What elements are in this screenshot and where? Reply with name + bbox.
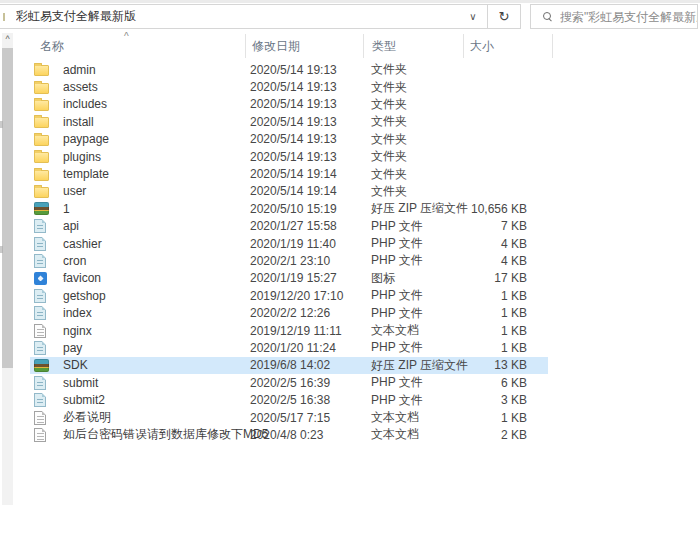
column-header-date[interactable]: 修改日期	[252, 38, 357, 55]
column-separator[interactable]	[552, 34, 553, 58]
text-file-icon	[34, 411, 46, 425]
refresh-button[interactable]: ↻	[487, 4, 521, 29]
column-separator[interactable]	[463, 34, 464, 58]
file-row[interactable]: SDK 2019/6/8 14:02 好压 ZIP 压缩文件 13 KB	[30, 357, 548, 374]
file-date: 2019/12/19 11:11	[250, 324, 368, 338]
file-date: 2020/1/19 15:27	[250, 271, 368, 285]
file-row[interactable]: pay 2020/1/20 11:24 PHP 文件 1 KB	[30, 339, 548, 356]
text-file-icon	[34, 324, 46, 338]
file-row[interactable]: getshop 2019/12/20 17:10 PHP 文件 1 KB	[30, 287, 548, 304]
folder-icon	[34, 135, 49, 146]
folder-icon	[34, 170, 49, 181]
file-size: 2 KB	[422, 428, 527, 442]
text-file-icon	[34, 428, 46, 442]
file-row[interactable]: cron 2020/2/1 23:10 PHP 文件 4 KB	[30, 252, 548, 269]
file-size: 10,656 KB	[422, 202, 527, 216]
file-type: 文件夹	[371, 166, 476, 183]
folder-icon	[34, 100, 49, 111]
file-name: 如后台密码错误请到数据库修改下MD5	[63, 426, 268, 443]
zip-icon	[34, 359, 49, 372]
file-size: 1 KB	[422, 341, 527, 355]
file-row[interactable]: install 2020/5/14 19:13 文件夹	[30, 113, 548, 130]
search-box[interactable]	[530, 4, 698, 29]
folder-icon	[34, 187, 49, 198]
file-name: admin	[63, 63, 96, 77]
cropped-tree-fragment	[0, 121, 3, 128]
file-name: pay	[63, 341, 82, 355]
file-row[interactable]: paypage 2020/5/14 19:13 文件夹	[30, 131, 548, 148]
file-row[interactable]: includes 2020/5/14 19:13 文件夹	[30, 96, 548, 113]
file-date: 2020/5/14 19:13	[250, 150, 368, 164]
file-list: admin 2020/5/14 19:13 文件夹 assets 2020/5/…	[30, 61, 548, 444]
php-file-icon	[34, 237, 46, 251]
scrollbar-thumb[interactable]	[2, 48, 13, 368]
explorer-window: 彩虹易支付全解最新版 ∨ ↻ ^ ^ 名称 修改日期 类型 大小 admin 2…	[0, 0, 700, 550]
file-row[interactable]: nginx 2019/12/19 11:11 文本文档 1 KB	[30, 322, 548, 339]
file-row[interactable]: cashier 2020/1/19 11:40 PHP 文件 4 KB	[30, 235, 548, 252]
search-icon	[543, 12, 552, 21]
file-date: 2020/2/2 12:26	[250, 306, 368, 320]
file-name: cron	[63, 254, 86, 268]
file-row[interactable]: 1 2020/5/10 15:19 好压 ZIP 压缩文件 10,656 KB	[30, 200, 548, 217]
file-name: user	[63, 184, 86, 198]
file-date: 2020/5/14 19:13	[250, 80, 368, 94]
file-size: 1 KB	[422, 306, 527, 320]
file-date: 2019/6/8 14:02	[250, 358, 368, 372]
column-header-name[interactable]: 名称	[40, 38, 240, 55]
file-row[interactable]: 如后台密码错误请到数据库修改下MD5 2020/4/8 0:23 文本文档 2 …	[30, 426, 548, 443]
file-name: 1	[63, 202, 70, 216]
file-name: favicon	[63, 271, 101, 285]
file-row[interactable]: index 2020/2/2 12:26 PHP 文件 1 KB	[30, 304, 548, 321]
file-type: 文件夹	[371, 148, 476, 165]
file-name: submit	[63, 376, 98, 390]
file-date: 2020/1/27 15:58	[250, 219, 368, 233]
file-name: index	[63, 306, 92, 320]
column-header-row: ^ 名称 修改日期 类型 大小	[0, 38, 700, 58]
address-text[interactable]: 彩虹易支付全解最新版	[16, 8, 459, 25]
file-row[interactable]: submit 2020/2/5 16:39 PHP 文件 6 KB	[30, 374, 548, 391]
php-file-icon	[34, 376, 46, 390]
file-name: nginx	[63, 324, 92, 338]
window-top-edge	[0, 0, 700, 3]
php-file-icon	[34, 254, 46, 268]
tree-scrollbar[interactable]: ^	[2, 33, 13, 505]
file-date: 2020/1/19 11:40	[250, 237, 368, 251]
file-type: 文件夹	[371, 183, 476, 200]
file-name: install	[63, 115, 94, 129]
file-date: 2020/5/14 19:13	[250, 115, 368, 129]
column-separator[interactable]	[363, 34, 364, 58]
php-file-icon	[34, 289, 46, 303]
chevron-down-icon[interactable]: ∨	[459, 11, 487, 22]
column-separator[interactable]	[245, 34, 246, 58]
search-input[interactable]	[560, 10, 697, 24]
php-file-icon	[34, 219, 46, 233]
ico-icon	[34, 272, 47, 285]
file-date: 2020/5/10 15:19	[250, 202, 368, 216]
file-date: 2020/2/1 23:10	[250, 254, 368, 268]
file-row[interactable]: user 2020/5/14 19:14 文件夹	[30, 183, 548, 200]
file-size: 7 KB	[422, 219, 527, 233]
file-name: api	[63, 219, 79, 233]
file-size: 1 KB	[422, 324, 527, 338]
column-header-type[interactable]: 类型	[372, 38, 457, 55]
file-row[interactable]: assets 2020/5/14 19:13 文件夹	[30, 78, 548, 95]
address-bar[interactable]: 彩虹易支付全解最新版 ∨	[0, 4, 488, 29]
file-size: 13 KB	[422, 358, 527, 372]
folder-icon	[34, 152, 49, 163]
file-name: template	[63, 167, 109, 181]
file-row[interactable]: 必看说明 2020/5/17 7:15 文本文档 1 KB	[30, 409, 548, 426]
breadcrumb-folder-icon	[3, 13, 8, 21]
file-row[interactable]: favicon 2020/1/19 15:27 图标 17 KB	[30, 270, 548, 287]
file-row[interactable]: admin 2020/5/14 19:13 文件夹	[30, 61, 548, 78]
file-row[interactable]: submit2 2020/2/5 16:38 PHP 文件 3 KB	[30, 391, 548, 408]
file-size: 17 KB	[422, 271, 527, 285]
file-row[interactable]: template 2020/5/14 19:14 文件夹	[30, 165, 548, 182]
column-header-size[interactable]: 大小	[470, 38, 540, 55]
php-file-icon	[34, 393, 46, 407]
file-row[interactable]: api 2020/1/27 15:58 PHP 文件 7 KB	[30, 218, 548, 235]
file-row[interactable]: plugins 2020/5/14 19:13 文件夹	[30, 148, 548, 165]
file-date: 2020/5/14 19:13	[250, 97, 368, 111]
file-name: submit2	[63, 393, 105, 407]
file-type: 文件夹	[371, 131, 476, 148]
folder-icon	[34, 117, 49, 128]
